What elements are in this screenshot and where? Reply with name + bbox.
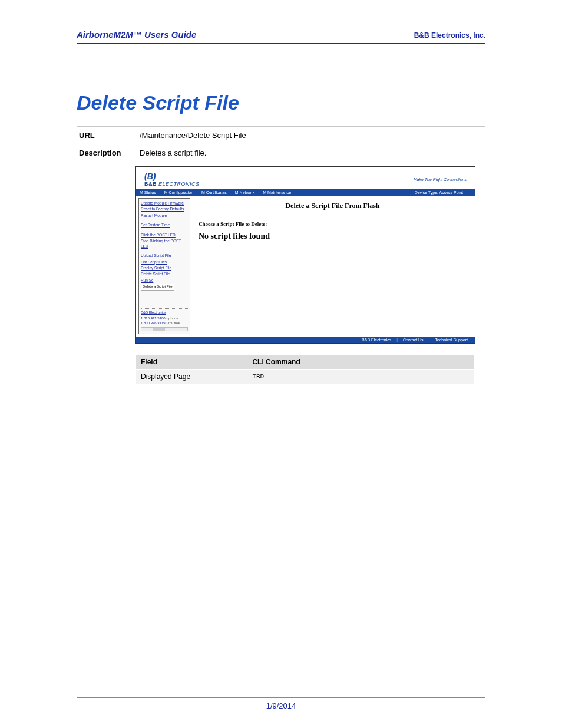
embedded-webui: (B) B&B ELECTRONICS Make The Right Conne… [135, 166, 475, 344]
sidebar-blink-post-led[interactable]: Blink the POST LED [141, 233, 188, 238]
row-cli: TBD [247, 370, 474, 384]
logo-text-a: B&B [144, 181, 157, 187]
logo-mark: (B) [144, 172, 156, 181]
sidebar-stop-blink-led[interactable]: Stop Blinking the POST LED [141, 239, 188, 249]
phone1-lbl: - phone [166, 317, 178, 320]
tagline: Make The Right Connections [414, 177, 467, 182]
header-title: AirborneM2M™ Users Guide [77, 29, 196, 39]
col-cli: CLI Command [247, 355, 474, 370]
info-label-url: URL [77, 127, 137, 144]
choose-label: Choose a Script File to Delete: [199, 221, 467, 227]
field-cli-table: Field CLI Command Displayed Page TBD [135, 354, 474, 384]
sidebar-scrollbar[interactable] [141, 327, 188, 331]
nav-bar: M Status M Configuration M Certificates … [136, 189, 475, 196]
no-files-message: No script files found [199, 232, 467, 241]
footer-divider [77, 697, 485, 698]
nav-maintenance[interactable]: M Maintenance [263, 190, 291, 195]
sidebar: Update Module Firmware Reset to Factory … [138, 198, 190, 334]
sidebar-update-firmware[interactable]: Update Module Firmware [141, 201, 188, 206]
sidebar-reset-factory[interactable]: Reset to Factory Defaults [141, 207, 188, 212]
sidebar-set-system-time[interactable]: Set System Time [141, 223, 188, 228]
nav-certificates[interactable]: M Certificates [201, 190, 227, 195]
panel-title: Delete a Script File From Flash [199, 202, 467, 210]
phone1-num: 1.815.433.5100 [141, 317, 166, 320]
sidebar-restart-module[interactable]: Restart Module [141, 213, 188, 218]
logo: (B) B&B ELECTRONICS [144, 172, 200, 187]
logo-text-b: ELECTRONICS [158, 181, 200, 187]
info-table: URL /Maintenance/Delete Script File Desc… [77, 126, 485, 162]
section-title: Delete Script File [77, 91, 485, 114]
sidebar-upload-script[interactable]: Upload Script File [141, 253, 188, 258]
phone2-lbl: - toll free [166, 321, 180, 325]
info-value-url: /Maintenance/Delete Script File [137, 127, 485, 144]
nav-device-type: Device Type: Access Point [415, 190, 463, 195]
col-field: Field [136, 355, 247, 370]
sidebar-footer: B&B Electronics 1.815.433.5100 - phone 1… [141, 308, 188, 331]
sidebar-list-scripts[interactable]: List Script Files [141, 260, 188, 265]
header-company: B&B Electronics, Inc. [414, 31, 485, 39]
main-panel: Delete a Script File From Flash Choose a… [190, 196, 475, 337]
nav-configuration[interactable]: M Configuration [164, 190, 193, 195]
phone2-num: 1.800.346.3119 [141, 321, 166, 325]
nav-status[interactable]: M Status [140, 190, 156, 195]
nav-network[interactable]: M Network [235, 190, 254, 195]
page-header: AirborneM2M™ Users Guide B&B Electronics… [77, 29, 485, 44]
sidebar-footer-org[interactable]: B&B Electronics [141, 311, 188, 315]
footer-link-support[interactable]: Technical Support [435, 338, 468, 342]
embedded-footer: B&B Electronics | Contact Us | Technical… [136, 337, 475, 343]
sidebar-display-script[interactable]: Display Script File [141, 266, 188, 271]
footer-link-bb[interactable]: B&B Electronics [362, 338, 391, 342]
info-value-desc: Deletes a script file. [137, 144, 485, 162]
row-field: Displayed Page [136, 370, 247, 384]
info-label-desc: Description [77, 144, 137, 162]
footer-date: 1/9/2014 [77, 701, 485, 710]
sidebar-run-script[interactable]: Run Sc [141, 278, 153, 282]
tooltip-delete-script: Delete a Script File [141, 284, 174, 291]
sidebar-delete-script[interactable]: Delete Script File [141, 272, 188, 276]
footer-link-contact[interactable]: Contact Us [403, 338, 424, 342]
